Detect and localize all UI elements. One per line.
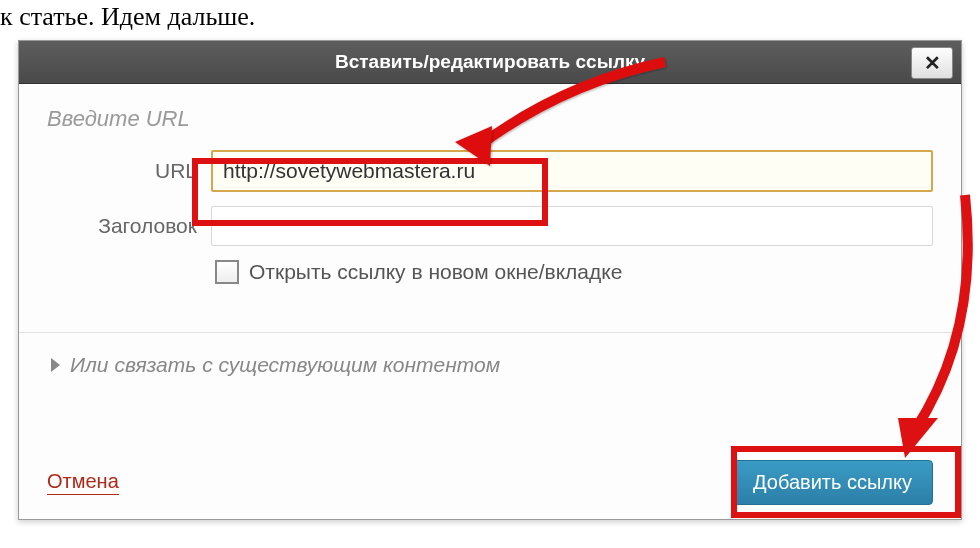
background-text: к статье. Идем дальше. bbox=[0, 2, 255, 32]
dialog-footer: Отмена Добавить ссылку bbox=[47, 460, 933, 505]
link-dialog: Вставить/редактировать ссылку ✕ Введите … bbox=[18, 40, 962, 520]
title-row: Заголовок bbox=[47, 206, 933, 246]
dialog-titlebar: Вставить/редактировать ссылку ✕ bbox=[19, 41, 961, 84]
open-new-tab-row: Открыть ссылку в новом окне/вкладке bbox=[215, 260, 933, 284]
url-label: URL bbox=[47, 159, 211, 183]
open-new-tab-label: Открыть ссылку в новом окне/вкладке bbox=[249, 260, 622, 284]
title-label: Заголовок bbox=[47, 214, 211, 238]
cancel-button[interactable]: Отмена bbox=[47, 470, 119, 495]
add-link-button[interactable]: Добавить ссылку bbox=[732, 460, 933, 505]
dialog-body: Введите URL URL Заголовок Открыть ссылку… bbox=[19, 84, 961, 377]
section-enter-url: Введите URL bbox=[47, 106, 933, 132]
open-new-tab-checkbox[interactable] bbox=[215, 260, 239, 284]
close-icon: ✕ bbox=[924, 51, 941, 75]
close-button[interactable]: ✕ bbox=[911, 47, 953, 79]
chevron-right-icon bbox=[51, 358, 60, 372]
url-input[interactable] bbox=[211, 150, 933, 192]
url-row: URL bbox=[47, 150, 933, 192]
dialog-title: Вставить/редактировать ссылку bbox=[19, 41, 961, 83]
title-input[interactable] bbox=[211, 206, 933, 246]
link-existing-toggle[interactable]: Или связать с существующим контентом bbox=[47, 333, 933, 377]
link-existing-label: Или связать с существующим контентом bbox=[70, 353, 500, 377]
